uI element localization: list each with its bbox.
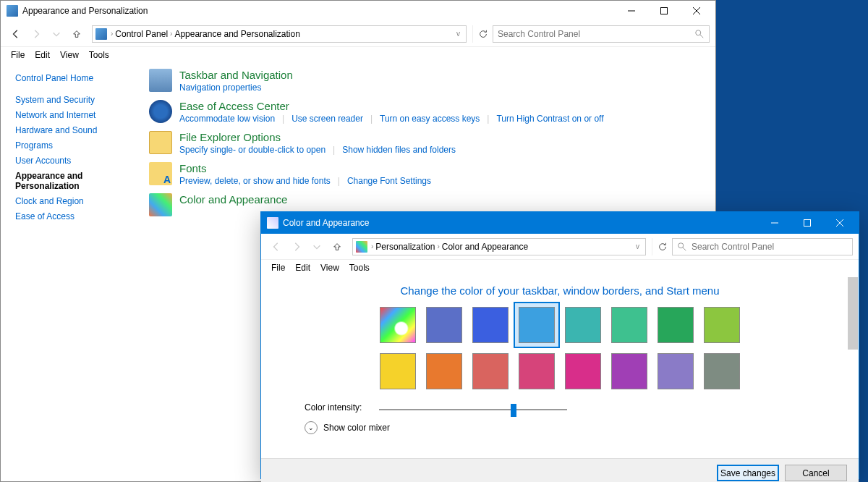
dialog-recent-button[interactable] — [307, 237, 326, 256]
dialog-heading: Change the color of your taskbar, window… — [283, 284, 837, 297]
dialog-address-bar[interactable]: › Personalization › Color and Appearance… — [352, 238, 646, 255]
forward-button[interactable] — [27, 25, 46, 43]
chevron-down-icon[interactable]: v — [636, 242, 639, 250]
color-swatch[interactable] — [611, 353, 647, 389]
color-swatch[interactable] — [658, 353, 694, 389]
menu-file[interactable]: File — [7, 48, 29, 62]
sidebar-item[interactable]: Network and Internet — [15, 109, 129, 122]
dialog-minimize-button[interactable] — [758, 213, 791, 233]
dialog-search-input[interactable] — [692, 242, 848, 252]
color-swatch[interactable] — [658, 307, 694, 343]
dialog-up-button[interactable] — [328, 237, 346, 256]
dialog-back-button[interactable] — [267, 237, 286, 256]
category-title[interactable]: Ease of Access Center — [179, 100, 701, 112]
address-bar[interactable]: › Control Panel › Appearance and Persona… — [92, 25, 467, 43]
category-link[interactable]: Accommodate low vision — [179, 114, 275, 124]
search-icon — [677, 242, 687, 252]
sidebar-item[interactable]: Clock and Region — [15, 195, 129, 208]
dialog-breadcrumb-item[interactable]: Personalization — [374, 242, 436, 252]
slider-thumb[interactable] — [511, 404, 516, 417]
sidebar-item[interactable]: User Accounts — [15, 154, 129, 167]
personalization-breadcrumb-icon — [356, 241, 367, 253]
dialog-body: Change the color of your taskbar, window… — [261, 276, 859, 458]
main-nav-bar: › Control Panel › Appearance and Persona… — [1, 21, 715, 47]
dialog-search-box[interactable] — [672, 238, 853, 255]
cancel-button[interactable]: Cancel — [785, 465, 847, 481]
sidebar-home-link[interactable]: Control Panel Home — [15, 72, 129, 85]
category-link[interactable]: Turn on easy access keys — [380, 114, 480, 124]
color-swatch[interactable] — [426, 307, 462, 343]
chevron-right-icon: › — [371, 242, 373, 250]
dialog-menu-edit[interactable]: Edit — [291, 261, 315, 274]
chevron-down-icon: ⌄ — [305, 421, 318, 434]
category-link[interactable]: Turn High Contrast on or off — [496, 114, 603, 124]
sidebar-item[interactable]: Ease of Access — [15, 210, 129, 223]
personalization-icon — [267, 217, 278, 229]
dialog-menu-tools[interactable]: Tools — [345, 261, 374, 274]
up-button[interactable] — [67, 25, 86, 43]
breadcrumb-item[interactable]: Appearance and Personalization — [173, 29, 301, 39]
dialog-title-bar: Color and Appearance — [261, 212, 859, 234]
search-box[interactable] — [493, 25, 710, 43]
dialog-nav-bar: › Personalization › Color and Appearance… — [261, 234, 859, 260]
close-button[interactable] — [680, 1, 712, 21]
sidebar-item[interactable]: System and Security — [15, 93, 129, 106]
sidebar-item[interactable]: Hardware and Sound — [15, 124, 129, 137]
color-swatch[interactable] — [704, 353, 740, 389]
color-appearance-dialog: Color and Appearance › Personalization ›… — [260, 211, 859, 479]
color-swatch-grid — [357, 307, 762, 389]
sidebar: Control Panel Home System and SecurityNe… — [1, 63, 135, 481]
minimize-button[interactable] — [615, 1, 647, 21]
color-swatch[interactable] — [565, 353, 601, 389]
category-link[interactable]: Preview, delete, or show and hide fonts — [179, 176, 331, 186]
refresh-button[interactable] — [472, 25, 493, 43]
sidebar-item[interactable]: Programs — [15, 139, 129, 152]
category-title[interactable]: Fonts — [179, 162, 701, 174]
color-swatch[interactable] — [380, 353, 416, 389]
dialog-breadcrumb-item[interactable]: Color and Appearance — [441, 242, 529, 252]
color-swatch[interactable] — [472, 307, 509, 343]
dialog-maximize-button[interactable] — [791, 213, 823, 233]
dialog-menu-view[interactable]: View — [316, 261, 344, 274]
dialog-forward-button[interactable] — [287, 237, 306, 256]
category-link[interactable]: Navigation properties — [179, 83, 261, 93]
breadcrumb-item[interactable]: Control Panel — [114, 29, 169, 39]
color-intensity-label: Color intensity: — [305, 402, 362, 413]
dialog-menu-file[interactable]: File — [267, 261, 289, 274]
menu-view[interactable]: View — [56, 48, 83, 62]
color-swatch[interactable] — [519, 353, 555, 389]
menu-tools[interactable]: Tools — [85, 48, 114, 62]
recent-locations-button[interactable] — [47, 25, 66, 43]
show-color-mixer-toggle[interactable]: ⌄ Show color mixer — [305, 421, 837, 434]
category-title[interactable]: Taskbar and Navigation — [179, 69, 701, 81]
taskbar-icon — [149, 69, 172, 92]
scrollbar-thumb[interactable] — [848, 277, 858, 350]
chevron-right-icon: › — [437, 242, 439, 250]
color-swatch[interactable] — [611, 307, 647, 343]
color-swatch[interactable] — [565, 307, 601, 343]
sidebar-item[interactable]: Appearance and Personalization — [15, 169, 129, 193]
back-button[interactable] — [7, 25, 25, 43]
color-swatch[interactable] — [380, 307, 416, 343]
color-swatch[interactable] — [472, 353, 509, 389]
color-swatch[interactable] — [426, 353, 462, 389]
category-link[interactable]: Show hidden files and folders — [342, 145, 456, 155]
dialog-close-button[interactable] — [823, 213, 856, 233]
save-changes-button[interactable]: Save changes — [717, 465, 779, 481]
fonts-icon — [149, 162, 172, 185]
explorer-icon — [149, 131, 172, 154]
menu-edit[interactable]: Edit — [30, 48, 54, 62]
color-intensity-slider[interactable] — [379, 409, 567, 410]
chevron-down-icon[interactable]: v — [456, 30, 460, 38]
color-swatch[interactable] — [519, 307, 555, 343]
color-swatch[interactable] — [704, 307, 740, 343]
category-title[interactable]: Color and Appearance — [179, 193, 701, 206]
maximize-button[interactable] — [647, 1, 680, 21]
category-link[interactable]: Use screen reader — [292, 114, 363, 124]
ease-icon — [149, 100, 172, 123]
search-input[interactable] — [498, 29, 694, 39]
dialog-refresh-button[interactable] — [652, 238, 672, 255]
category-title[interactable]: File Explorer Options — [179, 131, 701, 143]
category-link[interactable]: Change Font Settings — [347, 176, 431, 186]
category-link[interactable]: Specify single- or double-click to open — [179, 145, 326, 155]
